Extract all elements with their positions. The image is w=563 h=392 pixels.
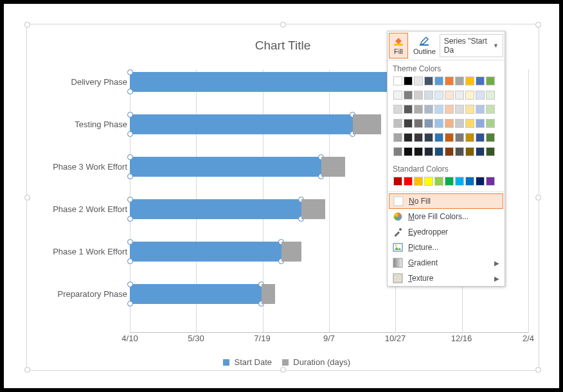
series-handle[interactable] bbox=[127, 301, 133, 307]
bar-start-date[interactable] bbox=[130, 242, 282, 262]
color-swatch[interactable] bbox=[455, 133, 464, 142]
color-swatch[interactable] bbox=[393, 119, 402, 128]
color-swatch[interactable] bbox=[445, 91, 454, 100]
color-swatch[interactable] bbox=[486, 91, 495, 100]
color-swatch[interactable] bbox=[414, 133, 423, 142]
series-handle[interactable] bbox=[127, 154, 133, 160]
picture-item[interactable]: Picture... bbox=[388, 240, 505, 255]
color-swatch[interactable] bbox=[434, 119, 443, 128]
color-swatch[interactable] bbox=[455, 147, 464, 156]
color-swatch[interactable] bbox=[404, 119, 413, 128]
color-swatch[interactable] bbox=[393, 147, 402, 156]
color-swatch[interactable] bbox=[434, 133, 443, 142]
color-swatch[interactable] bbox=[424, 91, 433, 100]
color-swatch[interactable] bbox=[486, 147, 495, 156]
color-swatch[interactable] bbox=[404, 177, 413, 186]
color-swatch[interactable] bbox=[424, 119, 433, 128]
resize-handle[interactable] bbox=[280, 367, 286, 373]
color-swatch[interactable] bbox=[404, 91, 413, 100]
color-swatch[interactable] bbox=[465, 91, 474, 100]
color-swatch[interactable] bbox=[434, 91, 443, 100]
color-swatch[interactable] bbox=[424, 133, 433, 142]
color-swatch[interactable] bbox=[393, 105, 402, 114]
resize-handle[interactable] bbox=[280, 22, 286, 28]
color-swatch[interactable] bbox=[465, 76, 474, 85]
color-swatch[interactable] bbox=[465, 177, 474, 186]
color-swatch[interactable] bbox=[465, 119, 474, 128]
color-swatch[interactable] bbox=[404, 76, 413, 85]
resize-handle[interactable] bbox=[535, 22, 541, 28]
color-swatch[interactable] bbox=[486, 119, 495, 128]
color-swatch[interactable] bbox=[414, 105, 423, 114]
color-swatch[interactable] bbox=[455, 177, 464, 186]
color-swatch[interactable] bbox=[486, 76, 495, 85]
color-swatch[interactable] bbox=[434, 76, 443, 85]
series-handle[interactable] bbox=[127, 197, 133, 202]
series-selector[interactable]: Series "Start Da ▼ bbox=[440, 34, 503, 57]
color-swatch[interactable] bbox=[445, 177, 454, 186]
color-swatch[interactable] bbox=[414, 147, 423, 156]
color-swatch[interactable] bbox=[414, 177, 423, 186]
resize-handle[interactable] bbox=[24, 195, 30, 200]
bar-start-date[interactable] bbox=[130, 284, 262, 304]
color-swatch[interactable] bbox=[414, 91, 423, 100]
outline-button[interactable]: Outline bbox=[409, 33, 440, 58]
color-swatch[interactable] bbox=[455, 105, 464, 114]
color-swatch[interactable] bbox=[424, 105, 433, 114]
color-swatch[interactable] bbox=[486, 133, 495, 142]
eyedropper-item[interactable]: Eyedropper bbox=[388, 224, 505, 240]
color-swatch[interactable] bbox=[434, 147, 443, 156]
series-handle[interactable] bbox=[127, 281, 133, 287]
color-swatch[interactable] bbox=[424, 76, 433, 85]
color-swatch[interactable] bbox=[476, 119, 485, 128]
color-swatch[interactable] bbox=[455, 119, 464, 128]
color-swatch[interactable] bbox=[393, 177, 402, 186]
color-swatch[interactable] bbox=[476, 177, 485, 186]
color-swatch[interactable] bbox=[445, 119, 454, 128]
fill-button[interactable]: Fill bbox=[389, 33, 408, 58]
series-handle[interactable] bbox=[127, 112, 133, 118]
color-swatch[interactable] bbox=[404, 105, 413, 114]
resize-handle[interactable] bbox=[24, 22, 30, 28]
bar-duration[interactable] bbox=[262, 284, 276, 304]
color-swatch[interactable] bbox=[445, 105, 454, 114]
resize-handle[interactable] bbox=[24, 367, 30, 373]
resize-handle[interactable] bbox=[535, 195, 541, 200]
series-handle[interactable] bbox=[127, 131, 133, 137]
color-swatch[interactable] bbox=[455, 76, 464, 85]
color-swatch[interactable] bbox=[393, 91, 402, 100]
bar-duration[interactable] bbox=[353, 114, 380, 134]
no-fill-item[interactable]: No Fill bbox=[389, 193, 503, 209]
color-swatch[interactable] bbox=[434, 105, 443, 114]
color-swatch[interactable] bbox=[434, 177, 443, 186]
series-handle[interactable] bbox=[127, 239, 133, 245]
bar-duration[interactable] bbox=[301, 199, 325, 219]
bar-duration[interactable] bbox=[282, 242, 301, 262]
gradient-item[interactable]: Gradient ▶ bbox=[388, 255, 505, 271]
color-swatch[interactable] bbox=[486, 177, 495, 186]
color-swatch[interactable] bbox=[465, 147, 474, 156]
color-swatch[interactable] bbox=[476, 147, 485, 156]
color-swatch[interactable] bbox=[445, 147, 454, 156]
color-swatch[interactable] bbox=[404, 133, 413, 142]
color-swatch[interactable] bbox=[476, 76, 485, 85]
bar-start-date[interactable] bbox=[130, 199, 301, 219]
series-handle[interactable] bbox=[127, 69, 133, 75]
chart-legend[interactable]: Start Date Duration (days) bbox=[27, 357, 539, 367]
more-fill-colors-item[interactable]: More Fill Colors... bbox=[388, 209, 505, 224]
bar-start-date[interactable] bbox=[130, 157, 321, 177]
color-swatch[interactable] bbox=[445, 76, 454, 85]
color-swatch[interactable] bbox=[424, 147, 433, 156]
resize-handle[interactable] bbox=[535, 367, 541, 373]
color-swatch[interactable] bbox=[476, 105, 485, 114]
color-swatch[interactable] bbox=[393, 133, 402, 142]
color-swatch[interactable] bbox=[414, 119, 423, 128]
color-swatch[interactable] bbox=[476, 91, 485, 100]
bar-start-date[interactable] bbox=[130, 114, 353, 134]
color-swatch[interactable] bbox=[486, 105, 495, 114]
color-swatch[interactable] bbox=[414, 76, 423, 85]
color-swatch[interactable] bbox=[465, 133, 474, 142]
series-handle[interactable] bbox=[127, 174, 133, 179]
color-swatch[interactable] bbox=[404, 147, 413, 156]
bar-duration[interactable] bbox=[321, 157, 345, 177]
